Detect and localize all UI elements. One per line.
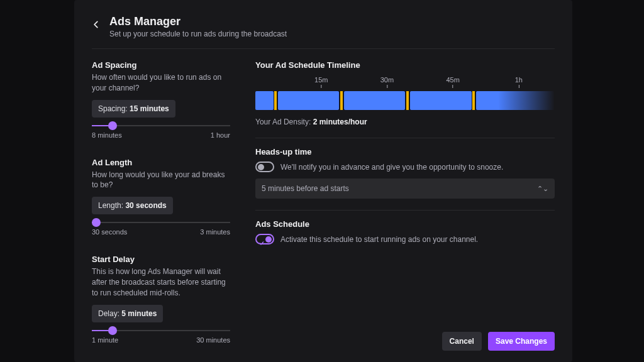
header-text: Ads Manager Set up your schedule to run … [109,15,287,38]
ad-spacing-title: Ad Spacing [92,60,230,70]
timeline-title: Your Ad Schedule Timeline [255,60,555,70]
heads-up-title: Heads-up time [255,147,555,156]
slider-thumb[interactable] [108,121,117,130]
slider-min-label: 8 minutes [92,131,122,139]
ad-spacing-value-pill: Spacing: 15 minutes [92,100,175,118]
ad-length-section: Ad Length How long would you like your a… [92,158,230,236]
slider-max-label: 3 minutes [200,228,230,236]
ad-length-desc: How long would you like your ad breaks t… [92,170,230,191]
chevron-updown-icon: ⌃⌄ [537,185,548,193]
slider-max-label: 1 hour [211,131,230,139]
ads-schedule-desc: Activate this schedule to start running … [280,235,478,244]
page-subtitle: Set up your schedule to run ads during t… [109,30,287,38]
ad-spacing-section: Ad Spacing How often would you like to r… [92,60,230,139]
ad-density-label: Your Ad Density: 2 minutes/hour [255,118,555,126]
timeline-bar [255,91,555,110]
ads-schedule-toggle[interactable] [255,234,274,244]
timeline-section: Your Ad Schedule Timeline 15m 30m 45m 1h [255,60,555,126]
panel-header: Ads Manager Set up your schedule to run … [92,15,555,38]
ad-length-value-pill: Length: 30 seconds [92,197,173,214]
back-icon[interactable] [92,20,101,29]
heads-up-toggle[interactable] [255,162,274,172]
slider-thumb[interactable] [108,326,117,335]
start-delay-value-pill: Delay: 5 minutes [92,305,163,322]
heads-up-desc: We'll notify you in advance and give you… [280,163,503,172]
slider-thumb[interactable] [92,218,101,227]
heads-up-section: Heads-up time We'll notify you in advanc… [255,147,555,199]
start-delay-desc: This is how long Ads Manager will wait a… [92,266,230,298]
start-delay-section: Start Delay This is how long Ads Manager… [92,255,230,343]
timeline-ticks: 15m 30m 45m 1h [255,76,555,91]
ads-schedule-title: Ads Schedule [255,219,555,229]
heads-up-select[interactable]: 5 minutes before ad starts ⌃⌄ [255,178,555,199]
page-title: Ads Manager [109,15,287,28]
ad-spacing-desc: How often would you like to run ads on y… [92,72,230,94]
ad-length-slider[interactable]: 30 seconds 3 minutes [92,222,230,236]
save-button[interactable]: Save Changes [488,332,555,351]
ads-manager-panel: Ads Manager Set up your schedule to run … [74,0,572,362]
cancel-button[interactable]: Cancel [442,332,482,351]
left-column: Ad Spacing How often would you like to r… [92,60,230,324]
divider [255,138,555,138]
right-column: Your Ad Schedule Timeline 15m 30m 45m 1h [255,60,555,324]
divider [255,210,555,211]
ads-schedule-section: Ads Schedule Activate this schedule to s… [255,219,555,244]
slider-min-label: 30 seconds [92,228,127,236]
start-delay-title: Start Delay [92,255,230,264]
ad-spacing-slider[interactable]: 8 minutes 1 hour [92,125,230,139]
divider [92,48,555,49]
ad-length-title: Ad Length [92,158,230,167]
footer-actions: Cancel Save Changes [92,324,555,351]
